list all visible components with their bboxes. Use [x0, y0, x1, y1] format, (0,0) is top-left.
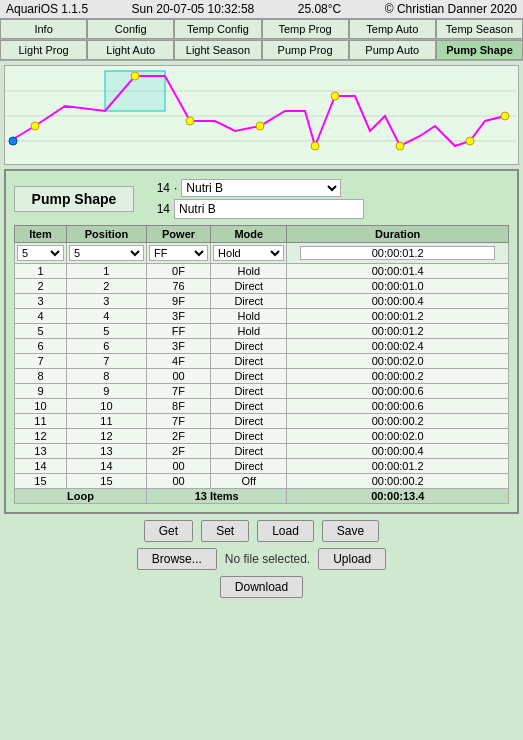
edit-position-select[interactable]: 5: [69, 245, 144, 261]
profile-select[interactable]: Nutri B: [181, 179, 341, 197]
table-row[interactable]: 10108FDirect00:00:00.6: [15, 399, 509, 414]
table-row[interactable]: 997FDirect00:00:00.6: [15, 384, 509, 399]
chart-area: [4, 65, 519, 165]
cell-item: 6: [15, 339, 67, 354]
edit-item-select[interactable]: 5: [17, 245, 64, 261]
cell-duration: 00:00:00.2: [287, 414, 509, 429]
get-button[interactable]: Get: [144, 520, 193, 542]
nav-light-season[interactable]: Light Season: [174, 40, 261, 60]
table-row[interactable]: 11117FDirect00:00:00.2: [15, 414, 509, 429]
cell-mode: Hold: [211, 309, 287, 324]
cell-mode: Direct: [211, 429, 287, 444]
table-row[interactable]: 663FDirect00:00:02.4: [15, 339, 509, 354]
nav-pump-auto[interactable]: Pump Auto: [349, 40, 436, 60]
nav-light-auto[interactable]: Light Auto: [87, 40, 174, 60]
svg-point-9: [331, 92, 339, 100]
cell-item: 14: [15, 459, 67, 474]
profile-display-row: 14 Nutri B: [142, 199, 364, 219]
nav-light-prog[interactable]: Light Prog: [0, 40, 87, 60]
cell-mode: Direct: [211, 414, 287, 429]
footer-row: Loop 13 Items 00:00:13.4: [15, 489, 509, 504]
cell-position: 8: [66, 369, 146, 384]
cell-power: 00: [146, 459, 210, 474]
cell-power: 00: [146, 474, 210, 489]
cell-power: 0F: [146, 264, 210, 279]
nav-temp-season[interactable]: Temp Season: [436, 19, 523, 39]
table-row[interactable]: 339FDirect00:00:00.4: [15, 294, 509, 309]
table-row[interactable]: 55FFHold00:00:01.2: [15, 324, 509, 339]
cell-duration: 00:00:01.2: [287, 459, 509, 474]
profile-group: 14 · Nutri B 14 Nutri B: [142, 179, 364, 219]
edit-duration-input[interactable]: [300, 246, 495, 260]
nav-row-1: Info Config Temp Config Temp Prog Temp A…: [0, 19, 523, 40]
cell-duration: 00:00:00.6: [287, 399, 509, 414]
edit-mode-select[interactable]: Hold: [213, 245, 284, 261]
browse-button[interactable]: Browse...: [137, 548, 217, 570]
nav-pump-prog[interactable]: Pump Prog: [262, 40, 349, 60]
load-button[interactable]: Load: [257, 520, 314, 542]
cell-position: 3: [66, 294, 146, 309]
download-button[interactable]: Download: [220, 576, 303, 598]
cell-duration: 00:00:02.0: [287, 354, 509, 369]
edit-power-select[interactable]: FF: [149, 245, 208, 261]
cell-power: 7F: [146, 384, 210, 399]
file-row: Browse... No file selected. Upload: [0, 548, 523, 570]
cell-mode: Off: [211, 474, 287, 489]
table-row[interactable]: 12122FDirect00:00:02.0: [15, 429, 509, 444]
col-mode: Mode: [211, 226, 287, 243]
cell-mode: Direct: [211, 444, 287, 459]
set-button[interactable]: Set: [201, 520, 249, 542]
cell-item: 5: [15, 324, 67, 339]
footer-items: 13 Items: [146, 489, 287, 504]
cell-power: 2F: [146, 429, 210, 444]
table-row[interactable]: 151500Off00:00:00.2: [15, 474, 509, 489]
cell-power: 8F: [146, 399, 210, 414]
cell-power: 2F: [146, 444, 210, 459]
panel-title: Pump Shape: [14, 186, 134, 212]
cell-power: 7F: [146, 414, 210, 429]
cell-position: 10: [66, 399, 146, 414]
nav-temp-auto[interactable]: Temp Auto: [349, 19, 436, 39]
nav-temp-config[interactable]: Temp Config: [174, 19, 261, 39]
datetime: Sun 20-07-05 10:32:58: [132, 2, 255, 16]
nav-temp-prog[interactable]: Temp Prog: [262, 19, 349, 39]
table-row[interactable]: 13132FDirect00:00:00.4: [15, 444, 509, 459]
cell-item: 9: [15, 384, 67, 399]
save-button[interactable]: Save: [322, 520, 379, 542]
temperature: 25.08°C: [298, 2, 342, 16]
table-row[interactable]: 8800Direct00:00:00.2: [15, 369, 509, 384]
edit-row: 5 5 FF Hold: [15, 243, 509, 264]
table-row[interactable]: 2276Direct00:00:01.0: [15, 279, 509, 294]
cell-position: 9: [66, 384, 146, 399]
cell-position: 12: [66, 429, 146, 444]
nav-info[interactable]: Info: [0, 19, 87, 39]
cell-mode: Hold: [211, 264, 287, 279]
table-row[interactable]: 774FDirect00:00:02.0: [15, 354, 509, 369]
nav-row-2: Light Prog Light Auto Light Season Pump …: [0, 40, 523, 61]
cell-duration: 00:00:00.4: [287, 444, 509, 459]
cell-position: 2: [66, 279, 146, 294]
cell-power: 00: [146, 369, 210, 384]
profile-select-row: 14 · Nutri B: [142, 179, 364, 197]
cell-duration: 00:00:00.2: [287, 369, 509, 384]
table-row[interactable]: 141400Direct00:00:01.2: [15, 459, 509, 474]
cell-mode: Direct: [211, 384, 287, 399]
cell-mode: Direct: [211, 279, 287, 294]
edit-position-cell: 5: [66, 243, 146, 264]
upload-button[interactable]: Upload: [318, 548, 386, 570]
edit-power-cell: FF: [146, 243, 210, 264]
svg-point-5: [131, 72, 139, 80]
panel-header: Pump Shape 14 · Nutri B 14 Nutri B: [14, 179, 509, 219]
cell-power: FF: [146, 324, 210, 339]
cell-position: 13: [66, 444, 146, 459]
table-row[interactable]: 443FHold00:00:01.2: [15, 309, 509, 324]
cell-position: 5: [66, 324, 146, 339]
nav-config[interactable]: Config: [87, 19, 174, 39]
table-header-row: Item Position Power Mode Duration: [15, 226, 509, 243]
pump-table: Item Position Power Mode Duration 5 5: [14, 225, 509, 504]
cell-item: 2: [15, 279, 67, 294]
cell-duration: 00:00:00.2: [287, 474, 509, 489]
cell-item: 10: [15, 399, 67, 414]
nav-pump-shape[interactable]: Pump Shape: [436, 40, 523, 60]
table-row[interactable]: 110FHold00:00:01.4: [15, 264, 509, 279]
